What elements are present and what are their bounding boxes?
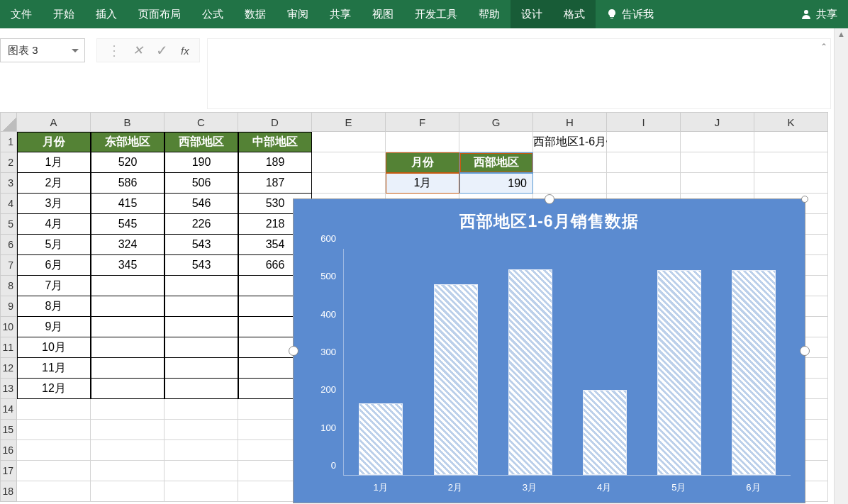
cell[interactable]: 东部地区	[91, 132, 164, 152]
col-header-E[interactable]: E	[312, 112, 386, 132]
row-header[interactable]: 17	[0, 461, 17, 481]
chart-bar[interactable]	[732, 270, 776, 475]
cell[interactable]: 月份	[17, 132, 91, 152]
cell[interactable]	[91, 379, 164, 399]
chart-bar[interactable]	[359, 403, 403, 475]
tell-me[interactable]: 告诉我	[596, 0, 664, 28]
cell[interactable]	[533, 152, 607, 173]
cell[interactable]: 226	[164, 214, 238, 235]
cell[interactable]	[607, 152, 681, 173]
cell[interactable]	[681, 173, 754, 194]
cell[interactable]: 西部地区	[164, 132, 238, 152]
cell[interactable]: 西部地区1-6月销售数据	[533, 132, 607, 152]
cell[interactable]: 6月	[17, 255, 91, 276]
cell[interactable]	[91, 276, 164, 296]
cell[interactable]	[164, 317, 238, 337]
tab-review[interactable]: 审阅	[277, 0, 319, 28]
cell[interactable]: 506	[164, 173, 238, 194]
cell[interactable]	[91, 358, 164, 379]
cell[interactable]	[754, 132, 828, 152]
row-header[interactable]: 9	[0, 296, 17, 317]
cell[interactable]	[164, 481, 238, 502]
cell[interactable]	[164, 337, 238, 358]
cell[interactable]: 190	[459, 173, 533, 194]
chart-bar[interactable]	[434, 284, 478, 475]
name-box[interactable]: 图表 3	[0, 38, 85, 62]
cell[interactable]	[164, 420, 238, 440]
cell[interactable]	[91, 399, 164, 420]
chart-bar[interactable]	[657, 270, 701, 475]
chart-handle-left[interactable]	[289, 346, 299, 356]
cell[interactable]: 西部地区	[459, 152, 533, 173]
cell[interactable]: 586	[91, 173, 164, 194]
col-header-A[interactable]: A	[17, 112, 91, 132]
chart-object[interactable]: 西部地区1-6月销售数据 0100200300400500600 1月2月3月4…	[293, 198, 805, 503]
cell[interactable]: 9月	[17, 317, 91, 337]
cell[interactable]	[91, 440, 164, 461]
cell[interactable]	[459, 132, 533, 152]
cell[interactable]	[17, 440, 91, 461]
cell[interactable]: 1月	[386, 173, 459, 194]
cell[interactable]: 415	[91, 194, 164, 214]
cell[interactable]: 345	[91, 255, 164, 276]
cell[interactable]: 7月	[17, 276, 91, 296]
cancel-icon[interactable]: ✕	[133, 43, 143, 58]
drag-handle-icon[interactable]: ⋮	[107, 42, 120, 59]
cell[interactable]: 545	[91, 214, 164, 235]
col-header-K[interactable]: K	[754, 112, 828, 132]
chart-handle-right[interactable]	[800, 346, 810, 356]
cell[interactable]	[91, 420, 164, 440]
cell[interactable]: 8月	[17, 296, 91, 317]
cell[interactable]: 520	[91, 152, 164, 173]
cell[interactable]: 2月	[17, 173, 91, 194]
cell[interactable]: 543	[164, 255, 238, 276]
row-header[interactable]: 6	[0, 235, 17, 255]
row-header[interactable]: 1	[0, 132, 17, 152]
cell[interactable]	[17, 481, 91, 502]
cell[interactable]	[164, 399, 238, 420]
tab-format[interactable]: 格式	[553, 0, 596, 28]
chart-handle-top[interactable]	[545, 194, 554, 204]
col-header-B[interactable]: B	[91, 112, 164, 132]
select-all-corner[interactable]	[0, 112, 17, 132]
cell[interactable]	[17, 420, 91, 440]
row-header[interactable]: 15	[0, 420, 17, 440]
cell[interactable]	[164, 296, 238, 317]
row-header[interactable]: 10	[0, 317, 17, 337]
formula-input[interactable]: ⌃	[207, 38, 831, 109]
tab-help[interactable]: 帮助	[468, 0, 511, 28]
row-header[interactable]: 7	[0, 255, 17, 276]
row-header[interactable]: 12	[0, 358, 17, 379]
cell[interactable]: 190	[164, 152, 238, 173]
col-header-F[interactable]: F	[386, 112, 459, 132]
cell[interactable]	[607, 132, 681, 152]
cell[interactable]	[386, 132, 459, 152]
col-header-J[interactable]: J	[681, 112, 754, 132]
cell[interactable]	[607, 173, 681, 194]
cell[interactable]	[681, 152, 754, 173]
row-header[interactable]: 16	[0, 440, 17, 461]
tab-view[interactable]: 视图	[362, 0, 404, 28]
row-header[interactable]: 5	[0, 214, 17, 235]
chart-plot-area[interactable]: 0100200300400500600 1月2月3月4月5月6月	[315, 249, 791, 495]
cell[interactable]: 11月	[17, 358, 91, 379]
col-header-C[interactable]: C	[164, 112, 238, 132]
cell[interactable]	[17, 461, 91, 481]
cell[interactable]	[164, 440, 238, 461]
cell[interactable]	[91, 296, 164, 317]
cell[interactable]	[681, 132, 754, 152]
cell[interactable]	[312, 132, 386, 152]
row-header[interactable]: 2	[0, 152, 17, 173]
cell[interactable]: 中部地区	[238, 132, 312, 152]
col-header-H[interactable]: H	[533, 112, 607, 132]
cell[interactable]: 3月	[17, 194, 91, 214]
cell[interactable]	[164, 276, 238, 296]
share-button[interactable]: 共享	[790, 0, 848, 28]
cell[interactable]	[754, 173, 828, 194]
confirm-icon[interactable]: ✓	[156, 42, 168, 59]
tab-home[interactable]: 开始	[43, 0, 85, 28]
cell[interactable]: 10月	[17, 337, 91, 358]
vertical-scrollbar[interactable]: ▲	[834, 28, 848, 504]
tab-data[interactable]: 数据	[234, 0, 277, 28]
expand-icon[interactable]: ⌃	[820, 42, 827, 52]
